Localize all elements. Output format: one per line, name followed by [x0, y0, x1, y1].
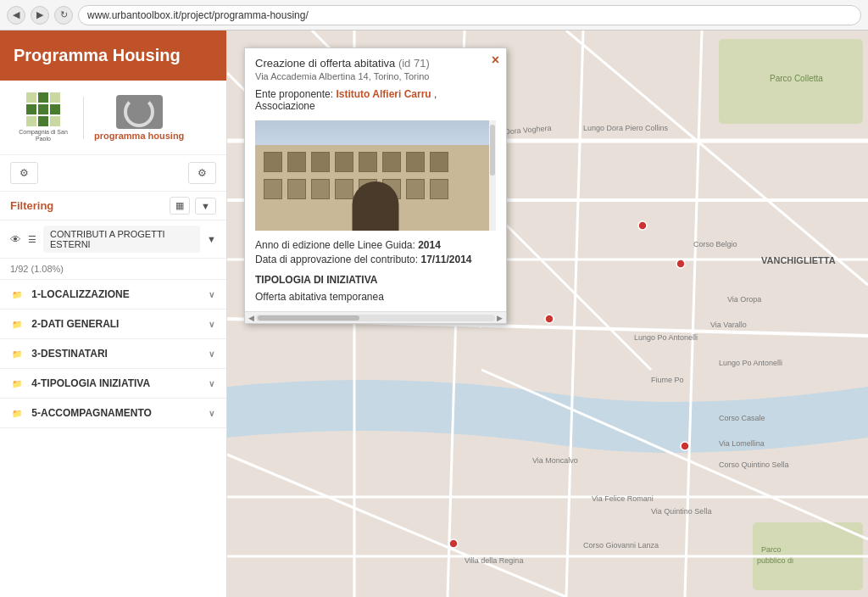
popup-year: Anno di edizione delle Linee Guida: 2014 [255, 239, 496, 251]
popup-ente: Ente proponente: Istituto Alfieri Carru … [255, 88, 496, 112]
folder-icon-5: 📁 [12, 409, 22, 418]
svg-point-44 [681, 442, 689, 450]
accordion-label-1: 1-LOCALIZZAZIONE [31, 288, 129, 300]
svg-text:Via Lomellina: Via Lomellina [719, 439, 765, 448]
popup-horizontal-scrollbar[interactable]: ◀ ▶ [245, 311, 506, 323]
svg-text:Via Oropa: Via Oropa [727, 295, 761, 304]
chart-button[interactable]: ▦ [170, 197, 190, 215]
popup-ente-name: Istituto Alfieri Carru [336, 88, 431, 100]
sidebar-filter-row: 👁 ☰ CONTRIBUTI A PROGETTI ESTERNI ▼ [0, 220, 226, 259]
filter-dropdown-arrow[interactable]: ▼ [207, 234, 216, 244]
accordion-accompagnamento: 📁 5-ACCOMPAGNAMENTO ∨ [0, 399, 226, 428]
tune-button[interactable]: ⚙ [10, 162, 38, 184]
accordion-destinatari: 📁 3-DESTINATARI ∨ [0, 339, 226, 369]
popup-close-button[interactable]: × [492, 53, 499, 68]
svg-text:Via Moncalvo: Via Moncalvo [532, 456, 578, 465]
forward-button[interactable]: ▶ [31, 6, 49, 25]
svg-text:Parco Colletta: Parco Colletta [770, 74, 823, 83]
svg-text:Via Varallo: Via Varallo [710, 321, 747, 329]
accordion-label-2: 2-DATI GENERALI [31, 318, 119, 330]
svg-text:Lungo Dora Piero Collins: Lungo Dora Piero Collins [583, 124, 669, 132]
accordion-dati-generali: 📁 2-DATI GENERALI ∨ [0, 310, 226, 339]
map-area[interactable]: Parco Colletta Parco pubblico di Lungo D… [227, 31, 868, 597]
address-bar[interactable]: www.urbantoolbox.it/project/programma-ho… [78, 5, 861, 25]
chart-icon: ▦ [175, 200, 184, 210]
eye-icon[interactable]: 👁 [10, 233, 21, 246]
chevron-down-icon: ▼ [201, 201, 210, 211]
scroll-left-arrow[interactable]: ◀ [247, 314, 256, 322]
accordion-localizzazione: 📁 1-LOCALIZZAZIONE ∨ [0, 280, 226, 310]
browser-chrome: ◀ ▶ ↻ www.urbantoolbox.it/project/progra… [0, 0, 868, 31]
accordion-label-5: 5-ACCOMPAGNAMENTO [31, 407, 152, 419]
popup-title-text: Creazione di offerta abitativa [255, 57, 395, 70]
settings-icon: ⚙ [198, 167, 207, 179]
sidebar-filtering-row: Filtering ▦ ▼ [0, 192, 226, 220]
accordion-header-5[interactable]: 📁 5-ACCOMPAGNAMENTO ∨ [0, 399, 226, 427]
accordion-tipologia: 📁 4-TIPOLOGIA INIZIATIVA ∨ [0, 369, 226, 399]
svg-point-41 [638, 221, 647, 230]
accordion-header-1[interactable]: 📁 1-LOCALIZZAZIONE ∨ [0, 280, 226, 309]
svg-point-42 [676, 259, 685, 268]
folder-icon-3: 📁 [12, 349, 22, 359]
logo-compagnia: Compagnia di San Paolo [14, 94, 73, 141]
popup-section-value: Offerta abitativa temporanea [255, 291, 496, 303]
refresh-button[interactable]: ↻ [54, 6, 73, 25]
popup-title: Creazione di offerta abitativa (id 71) [255, 57, 496, 70]
svg-text:Fiume Po: Fiume Po [651, 376, 684, 384]
scroll-right-arrow[interactable]: ▶ [495, 314, 504, 322]
list-icon[interactable]: ☰ [28, 234, 36, 245]
accordion-header-2[interactable]: 📁 2-DATI GENERALI ∨ [0, 310, 226, 338]
popup-scrollbar[interactable] [489, 120, 496, 231]
logo-housing: programma housing [94, 95, 184, 141]
filter-tag: CONTRIBUTI A PROGETTI ESTERNI [43, 226, 200, 253]
popup-building-image [255, 120, 496, 231]
accordion-label-4: 4-TIPOLOGIA INIZIATIVA [31, 377, 150, 389]
popup-id: (id 71) [398, 57, 430, 70]
chevron-right-icon-3: ∨ [209, 349, 214, 359]
svg-text:Via Quintino Sella: Via Quintino Sella [651, 507, 711, 516]
popup-address: Via Accademia Albertina 14, Torino, Tori… [255, 71, 496, 81]
svg-text:Corso Casale: Corso Casale [719, 414, 765, 422]
logo-housing-text: programma housing [94, 131, 184, 141]
svg-text:Corso Quintino Sella: Corso Quintino Sella [719, 460, 789, 469]
accordion-label-3: 3-DESTINATARI [31, 348, 108, 360]
filtering-label: Filtering [10, 199, 53, 212]
sidebar-accordion: 📁 1-LOCALIZZAZIONE ∨ 📁 2-DATI GENERALI ∨ [0, 280, 226, 597]
app-title: Programma Housing [14, 46, 181, 64]
svg-text:Corso Giovanni Lanza: Corso Giovanni Lanza [583, 541, 659, 550]
svg-point-45 [449, 539, 458, 548]
svg-text:Parco: Parco [761, 545, 782, 554]
popup-date: Data di approvazione del contributo: 17/… [255, 254, 496, 265]
map-popup: × Creazione di offerta abitativa (id 71)… [244, 47, 507, 324]
folder-icon-2: 📁 [12, 320, 22, 329]
svg-text:Via Felice Romani: Via Felice Romani [592, 494, 654, 503]
folder-icon-4: 📁 [12, 379, 22, 388]
back-button[interactable]: ◀ [7, 6, 25, 25]
sidebar-controls: ⚙ ⚙ [0, 155, 226, 192]
tune-icon: ⚙ [19, 167, 29, 179]
popup-content: × Creazione di offerta abitativa (id 71)… [245, 48, 506, 311]
view-dropdown[interactable]: ▼ [195, 198, 216, 215]
popup-ente-label: Ente proponente: [255, 88, 333, 100]
chevron-right-icon-4: ∨ [209, 379, 214, 388]
chevron-right-icon-2: ∨ [209, 320, 214, 329]
svg-text:Corso Belgio: Corso Belgio [693, 240, 737, 248]
svg-point-43 [545, 315, 554, 323]
logo-grid [26, 92, 60, 126]
sidebar-header: Programma Housing [0, 31, 226, 81]
sidebar-stat: 1/92 (1.08%) [0, 259, 226, 280]
app-container: Programma Housing Compagnia di San Paolo [0, 31, 868, 597]
folder-icon-1: 📁 [12, 290, 22, 299]
chevron-right-icon-1: ∨ [209, 290, 214, 299]
svg-text:Lungo Po Antonelli: Lungo Po Antonelli [719, 359, 782, 367]
logo-compagnia-text: Compagnia di San Paolo [14, 129, 73, 143]
svg-text:VANCHIGLIETTA: VANCHIGLIETTA [761, 255, 836, 265]
settings-button[interactable]: ⚙ [188, 162, 216, 184]
chevron-right-icon-5: ∨ [209, 409, 214, 418]
svg-text:Villa della Regina: Villa della Regina [465, 556, 523, 565]
popup-section-title: TIPOLOGIA DI INIZIATIVA [255, 274, 496, 286]
accordion-header-4[interactable]: 📁 4-TIPOLOGIA INIZIATIVA ∨ [0, 369, 226, 398]
sidebar: Programma Housing Compagnia di San Paolo [0, 31, 227, 597]
accordion-header-3[interactable]: 📁 3-DESTINATARI ∨ [0, 339, 226, 368]
sidebar-logos: Compagnia di San Paolo programma housing [0, 81, 226, 155]
